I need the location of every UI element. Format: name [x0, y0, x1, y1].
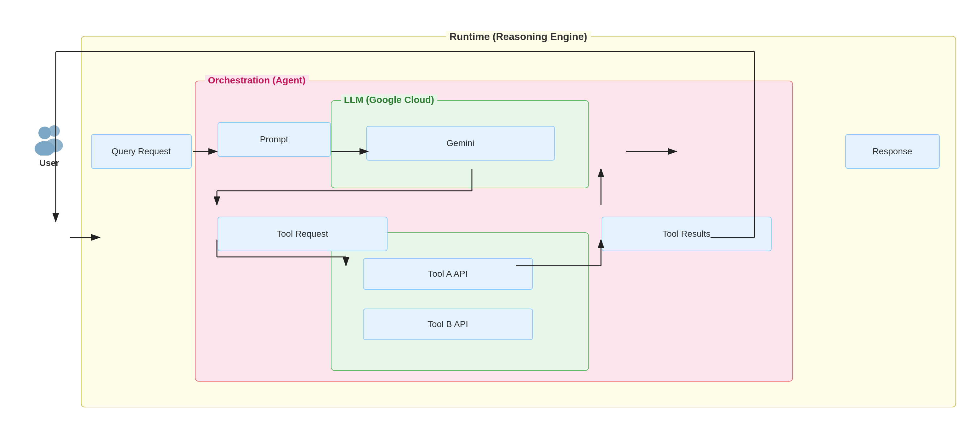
prompt-box: Prompt: [218, 122, 331, 157]
runtime-label: Runtime (Reasoning Engine): [446, 31, 591, 43]
user-icon: [30, 124, 68, 156]
response-box: Response: [845, 134, 940, 169]
user-container: User: [30, 124, 68, 168]
orchestration-label: Orchestration (Agent): [205, 75, 309, 86]
llm-label: LLM (Google Cloud): [341, 94, 438, 105]
diagram-container: Runtime (Reasoning Engine) Orchestration…: [18, 17, 963, 420]
svg-point-16: [38, 127, 51, 139]
tools-region: Tools Tool A API Tool B API: [331, 232, 589, 371]
gemini-box: Gemini: [366, 126, 555, 160]
svg-point-17: [35, 141, 55, 156]
tool-b-box: Tool B API: [363, 308, 533, 340]
tool-results-box: Tool Results: [601, 217, 772, 251]
llm-region: LLM (Google Cloud) Gemini: [331, 100, 589, 188]
orchestration-region: Orchestration (Agent) LLM (Google Cloud)…: [195, 81, 793, 381]
tool-a-box: Tool A API: [363, 258, 533, 290]
user-label: User: [39, 158, 59, 168]
tool-request-box: Tool Request: [218, 217, 388, 251]
query-request-box: Query Request: [91, 134, 192, 169]
runtime-region: Runtime (Reasoning Engine) Orchestration…: [81, 36, 956, 407]
